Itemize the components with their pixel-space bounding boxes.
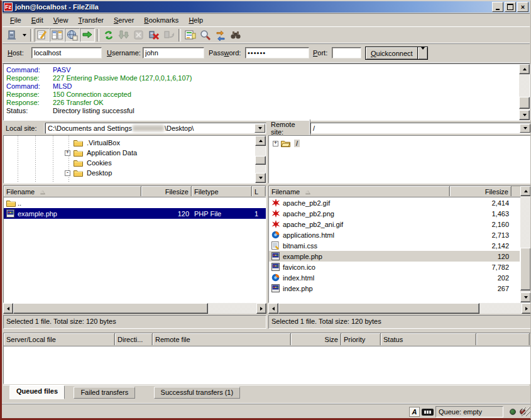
scroll-down-button[interactable] xyxy=(520,292,531,302)
synchronized-browsing-button[interactable] xyxy=(213,28,228,42)
remote-hscrollbar[interactable] xyxy=(268,303,531,314)
menu-view[interactable]: View xyxy=(48,15,74,25)
chevron-down-icon xyxy=(23,34,26,36)
column-header-filesize[interactable]: Filesize xyxy=(450,186,512,196)
queue-column-priority[interactable]: Priority xyxy=(341,333,381,345)
scroll-up-button[interactable] xyxy=(255,136,266,146)
tree-expander-minus[interactable]: - xyxy=(65,170,70,176)
scroll-up-button[interactable] xyxy=(519,64,530,74)
tree-item[interactable]: Cookies xyxy=(65,158,112,168)
queue-column-blank[interactable] xyxy=(476,333,530,345)
toggle-transfer-queue-button[interactable] xyxy=(80,28,95,42)
queue-column-size[interactable]: Size xyxy=(291,333,341,345)
scroll-right-button[interactable] xyxy=(522,303,531,314)
queue-column-server-local-file[interactable]: Server/Local file xyxy=(4,333,115,345)
directory-listing-filters-button[interactable] xyxy=(183,28,198,42)
tab-failed-transfers[interactable]: Failed transfers xyxy=(74,387,135,399)
username-input[interactable] xyxy=(143,47,204,58)
file-cell-name: apache_pb2.png xyxy=(269,208,450,219)
file-row[interactable]: apache_pb2_ani.gif2,160 xyxy=(269,219,520,229)
minimize-button[interactable] xyxy=(492,2,503,12)
scrollbar-thumb[interactable] xyxy=(255,156,266,165)
menu-transfer[interactable]: Transfer xyxy=(73,15,109,25)
scrollbar-thumb[interactable] xyxy=(519,97,530,109)
file-row[interactable]: favicon.ico7,782 xyxy=(269,262,520,272)
column-header-l[interactable]: L xyxy=(252,186,266,196)
title-bar[interactable]: Fz john@localhost - FileZilla × xyxy=(3,1,530,13)
ascii-data-type-icon[interactable]: A xyxy=(409,407,420,417)
menu-help[interactable]: Help xyxy=(183,15,208,25)
column-header-filetype[interactable]: Filetype xyxy=(192,186,252,196)
scrollbar-thumb[interactable] xyxy=(13,303,208,314)
port-input[interactable] xyxy=(332,47,361,58)
cancel-operation-button[interactable] xyxy=(131,28,146,42)
queue-column-remote-file[interactable]: Remote file xyxy=(153,333,291,345)
queue-column-status[interactable]: Status xyxy=(381,333,476,345)
green-led-indicator xyxy=(510,409,516,415)
speed-limit-icon[interactable] xyxy=(422,409,434,416)
menu-edit[interactable]: Edit xyxy=(26,15,48,25)
site-manager-dropdown-button[interactable] xyxy=(20,28,28,42)
queue-column-directi-[interactable]: Directi... xyxy=(115,333,153,345)
tree-item[interactable]: +Application Data xyxy=(65,148,137,158)
toggle-local-tree-button[interactable] xyxy=(50,28,65,42)
file-row[interactable]: index.html202 xyxy=(269,272,520,283)
maximize-button[interactable] xyxy=(505,2,516,12)
scroll-down-button[interactable] xyxy=(255,173,266,183)
username-label: Username: xyxy=(107,49,141,57)
password-input[interactable] xyxy=(245,47,309,58)
remote-list-scrollbar[interactable] xyxy=(520,186,531,302)
site-manager-button[interactable] xyxy=(5,28,20,42)
scroll-down-button[interactable] xyxy=(519,110,530,120)
reconnect-icon xyxy=(163,30,175,41)
combo-dropdown-button[interactable] xyxy=(520,124,530,133)
column-header-filename[interactable]: Filename xyxy=(269,186,450,196)
tree-item[interactable]: -Desktop xyxy=(65,168,112,178)
menu-server[interactable]: Server xyxy=(109,15,139,25)
menu-file[interactable]: File xyxy=(5,15,26,25)
tree-item[interactable]: .VirtualBox xyxy=(65,138,120,148)
scroll-right-button[interactable] xyxy=(256,303,266,314)
file-row[interactable]: bitnami.css2,142 xyxy=(269,240,520,251)
file-row[interactable]: index.php267 xyxy=(269,283,520,294)
scrollbar-thumb[interactable] xyxy=(278,303,479,314)
tree-item[interactable]: +/ xyxy=(273,138,300,148)
file-row[interactable]: .. xyxy=(4,197,266,208)
file-row[interactable]: applications.html2,713 xyxy=(269,229,520,240)
local-hscrollbar[interactable] xyxy=(3,303,266,314)
tree-expander-plus[interactable]: + xyxy=(273,141,278,146)
tab-successful-transfers-[interactable]: Successful transfers (1) xyxy=(154,387,241,399)
file-cell-name: example.php xyxy=(4,208,141,219)
column-header-filesize[interactable]: Filesize xyxy=(141,186,192,196)
quickconnect-dropdown-button[interactable] xyxy=(417,47,428,60)
host-input[interactable] xyxy=(31,47,102,58)
scroll-left-button[interactable] xyxy=(268,303,278,314)
scroll-up-button[interactable] xyxy=(520,186,531,196)
menu-bookmarks[interactable]: Bookmarks xyxy=(139,15,183,25)
remote-site-combobox[interactable]: / xyxy=(310,123,531,134)
quickconnect-button[interactable]: Quickconnect xyxy=(365,47,419,60)
process-queue-button[interactable] xyxy=(116,28,131,42)
disconnect-button[interactable] xyxy=(146,28,161,42)
resize-grip[interactable] xyxy=(522,407,530,416)
file-row[interactable]: apache_pb2.png1,463 xyxy=(269,208,520,219)
combo-dropdown-button[interactable] xyxy=(255,124,265,133)
toggle-remote-tree-button[interactable] xyxy=(65,28,80,42)
scrollbar-thumb[interactable] xyxy=(520,248,531,290)
tab-queued-files[interactable]: Queued files xyxy=(9,385,65,399)
column-header-filename[interactable]: Filename xyxy=(4,186,141,196)
log-scrollbar[interactable] xyxy=(519,64,530,120)
file-row[interactable]: example.php120PHP File1 xyxy=(4,208,266,219)
directory-comparison-button[interactable] xyxy=(198,28,213,42)
find-files-button[interactable] xyxy=(228,28,243,42)
close-button[interactable]: × xyxy=(517,2,528,12)
file-row[interactable]: apache_pb2.gif2,414 xyxy=(269,197,520,208)
file-row[interactable]: example.php120 xyxy=(269,251,520,262)
scroll-left-button[interactable] xyxy=(3,303,13,314)
tree-expander-plus[interactable]: + xyxy=(65,150,70,156)
refresh-button[interactable] xyxy=(101,28,116,42)
reconnect-button[interactable] xyxy=(161,28,177,42)
toggle-message-log-button[interactable] xyxy=(35,28,50,42)
local-site-combobox[interactable]: C:\Documents and Settings\Desktop\ xyxy=(45,123,266,134)
local-tree-scrollbar[interactable] xyxy=(255,136,266,183)
